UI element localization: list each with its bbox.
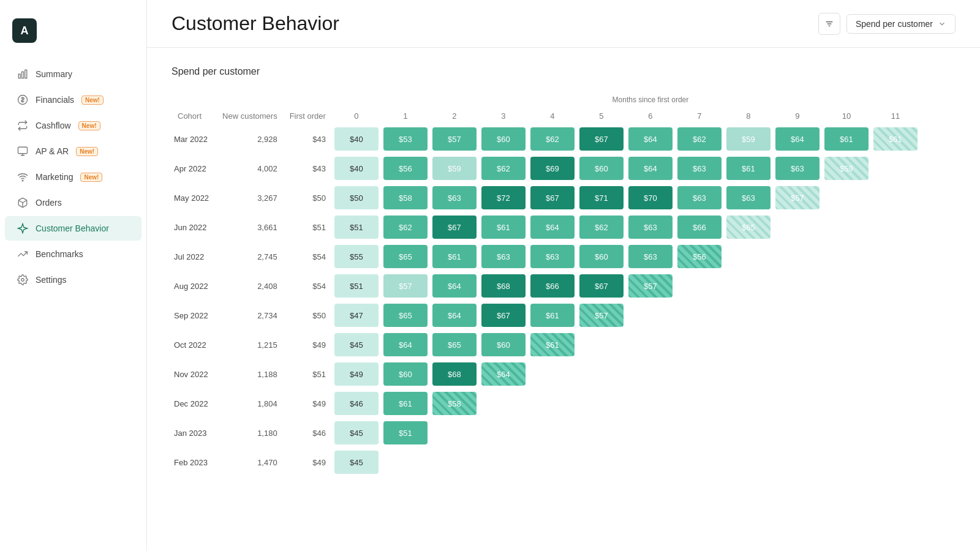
cell-r6-c1: $65 — [381, 301, 430, 330]
months-header-spacer — [332, 92, 381, 108]
table-row: Jul 20222,745$54$55$65$61$63$63$60$63$56 — [172, 242, 920, 271]
cell-r10-c11 — [871, 418, 920, 448]
cell-r2-c0: $50 — [332, 183, 381, 212]
cell-r8-c3: $64 — [479, 359, 528, 389]
new-customers-10: 1,180 — [216, 418, 284, 448]
sidebar-label-summary: Summary — [36, 69, 72, 79]
cell-r11-c3 — [479, 448, 528, 477]
cell-r3-c3: $61 — [479, 212, 528, 242]
cell-r9-c11 — [871, 389, 920, 418]
cell-r6-c3: $67 — [479, 301, 528, 330]
sidebar-item-benchmarks[interactable]: Benchmarks — [5, 242, 141, 266]
cell-r6-c11 — [871, 301, 920, 330]
cell-r1-c1: $56 — [381, 154, 430, 183]
cell-r4-c5: $60 — [577, 242, 626, 271]
sidebar-item-marketing[interactable]: Marketing New! — [5, 165, 141, 189]
cell-r8-c6 — [626, 359, 675, 389]
sidebar-item-summary[interactable]: Summary — [5, 62, 141, 86]
cell-r1-c10: $59 — [822, 154, 871, 183]
monitor-icon — [17, 146, 28, 157]
cell-r0-c6: $64 — [626, 124, 675, 154]
svg-rect-1 — [22, 72, 24, 78]
sidebar-item-ap-ar[interactable]: AP & AR New! — [5, 139, 141, 163]
cell-r6-c2: $64 — [430, 301, 479, 330]
cell-r5-c7 — [675, 271, 724, 301]
cell-r11-c5 — [577, 448, 626, 477]
cohort-name-6: Sep 2022 — [172, 301, 216, 330]
sparkle-icon — [17, 223, 28, 234]
cell-r5-c9 — [773, 271, 822, 301]
cell-r6-c7 — [675, 301, 724, 330]
month-col-4: 4 — [528, 108, 577, 124]
metric-dropdown[interactable]: Spend per customer — [846, 14, 956, 34]
cell-r9-c9 — [773, 389, 822, 418]
sidebar-item-cashflow[interactable]: Cashflow New! — [5, 113, 141, 138]
cell-r2-c9: $57 — [773, 183, 822, 212]
cell-r10-c4 — [528, 418, 577, 448]
cell-r5-c11 — [871, 271, 920, 301]
cell-r8-c7 — [675, 359, 724, 389]
month-col-11: 11 — [871, 108, 920, 124]
cell-r1-c0: $40 — [332, 154, 381, 183]
filter-button[interactable] — [818, 13, 840, 35]
cell-r7-c10 — [822, 330, 871, 359]
sidebar-item-financials[interactable]: Financials New! — [5, 88, 141, 112]
cell-r7-c2: $65 — [430, 330, 479, 359]
cell-r6-c0: $47 — [332, 301, 381, 330]
sidebar-item-orders[interactable]: Orders — [5, 190, 141, 215]
sidebar-label-settings: Settings — [36, 275, 67, 285]
svg-rect-4 — [18, 147, 28, 154]
cell-r0-c3: $60 — [479, 124, 528, 154]
cell-r2-c6: $70 — [626, 183, 675, 212]
section-title: Spend per customer — [172, 66, 956, 77]
new-customers-1: 4,002 — [216, 154, 284, 183]
cell-r1-c6: $64 — [626, 154, 675, 183]
new-customers-4: 2,745 — [216, 242, 284, 271]
cell-r6-c9 — [773, 301, 822, 330]
content-area: Spend per customer Months since first or… — [147, 48, 980, 551]
cell-r9-c10 — [822, 389, 871, 418]
cell-r4-c6: $63 — [626, 242, 675, 271]
wifi-icon — [17, 171, 28, 182]
cell-r11-c1 — [381, 448, 430, 477]
header: Customer Behavior Spend per customer — [147, 0, 980, 48]
month-col-9: 9 — [773, 108, 822, 124]
cohort-name-7: Oct 2022 — [172, 330, 216, 359]
cell-r5-c0: $51 — [332, 271, 381, 301]
dollar-icon — [17, 94, 28, 105]
sidebar-nav: Summary Financials New! Cashflow New! AP… — [0, 61, 146, 539]
new-customers-6: 2,734 — [216, 301, 284, 330]
logo-area: A — [0, 12, 146, 61]
cell-r0-c2: $57 — [430, 124, 479, 154]
first-order-6: $50 — [284, 301, 332, 330]
first-order-1: $43 — [284, 154, 332, 183]
sidebar-label-financials: Financials — [36, 95, 74, 105]
badge-marketing: New! — [80, 173, 102, 182]
cell-r3-c9 — [773, 212, 822, 242]
new-customers-7: 1,215 — [216, 330, 284, 359]
cell-r8-c2: $68 — [430, 359, 479, 389]
cell-r5-c2: $64 — [430, 271, 479, 301]
badge-cashflow: New! — [78, 121, 100, 130]
month-col-1: 1 — [381, 108, 430, 124]
new-customers-11: 1,470 — [216, 448, 284, 477]
month-col-2: 2 — [430, 108, 479, 124]
first-order-4: $54 — [284, 242, 332, 271]
sidebar-label-customer-behavior: Customer Behavior — [36, 223, 109, 233]
cell-r7-c7 — [675, 330, 724, 359]
cell-r11-c8 — [724, 448, 773, 477]
cell-r4-c1: $65 — [381, 242, 430, 271]
first-order-3: $51 — [284, 212, 332, 242]
first-order-0: $43 — [284, 124, 332, 154]
package-icon — [17, 197, 28, 208]
sidebar-item-customer-behavior[interactable]: Customer Behavior — [5, 216, 141, 241]
first-order-9: $49 — [284, 389, 332, 418]
cell-r4-c3: $63 — [479, 242, 528, 271]
table-row: Feb 20231,470$49$45 — [172, 448, 920, 477]
chart-bar-icon — [17, 69, 28, 80]
sidebar-item-settings[interactable]: Settings — [5, 268, 141, 292]
col-first-order: First order — [284, 108, 332, 124]
cell-r4-c11 — [871, 242, 920, 271]
cell-r10-c6 — [626, 418, 675, 448]
cell-r2-c2: $63 — [430, 183, 479, 212]
